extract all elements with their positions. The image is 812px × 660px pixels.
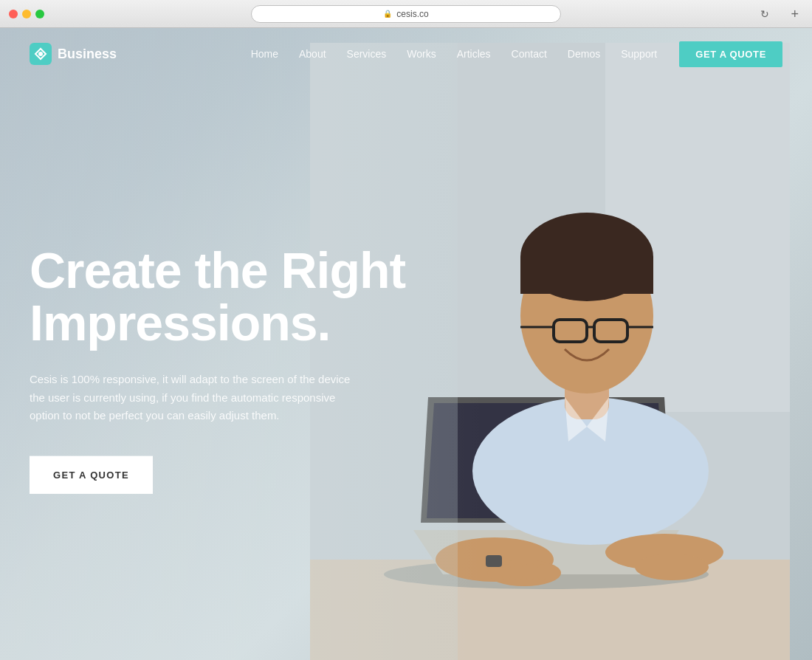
minimize-button[interactable] <box>22 10 31 18</box>
nav-contact[interactable]: Contact <box>512 48 547 60</box>
maximize-button[interactable] <box>35 10 44 18</box>
nav-home[interactable]: Home <box>251 48 278 60</box>
nav-support[interactable]: Support <box>621 48 657 60</box>
traffic-lights <box>9 10 44 18</box>
hero-section: Business Home About Services Works Artic… <box>0 28 812 660</box>
nav-cta-button[interactable]: GET A QUOTE <box>679 41 782 67</box>
nav-about[interactable]: About <box>299 48 326 60</box>
nav-links: Home About Services Works Articles Conta… <box>251 48 658 60</box>
logo-icon <box>30 43 52 65</box>
reload-button[interactable]: ↻ <box>760 8 769 20</box>
hero-title: Create the Right Impressions. <box>30 244 405 350</box>
hero-content: Create the Right Impressions. Cesis is 1… <box>30 244 405 494</box>
hero-cta-button[interactable]: GET A QUOTE <box>30 456 153 494</box>
logo-text: Business <box>58 47 117 62</box>
lock-icon: 🔒 <box>383 10 392 18</box>
svg-point-29 <box>38 52 43 56</box>
website-content: Business Home About Services Works Artic… <box>0 28 812 660</box>
navbar: Business Home About Services Works Artic… <box>0 28 812 80</box>
close-button[interactable] <box>9 10 18 18</box>
new-tab-button[interactable]: + <box>791 7 799 21</box>
url-text: cesis.co <box>396 9 428 19</box>
logo[interactable]: Business <box>30 43 117 65</box>
browser-chrome: 🔒 cesis.co ↻ + <box>0 0 812 28</box>
nav-demos[interactable]: Demos <box>568 48 600 60</box>
nav-works[interactable]: Works <box>407 48 436 60</box>
nav-services[interactable]: Services <box>347 48 387 60</box>
address-bar[interactable]: 🔒 cesis.co <box>251 5 561 23</box>
hero-description: Cesis is 100% responsive, it will adapt … <box>30 371 354 425</box>
nav-articles[interactable]: Articles <box>457 48 491 60</box>
